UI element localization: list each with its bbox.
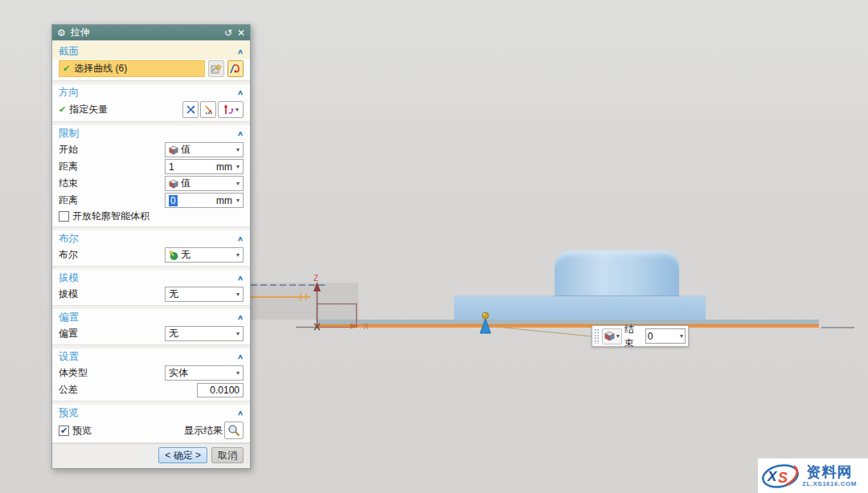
group-header-preview[interactable]: 预览 ∧ xyxy=(52,405,250,421)
end-distance-value-selected: 0 xyxy=(169,195,178,206)
ok-button[interactable]: < 确定 > xyxy=(158,447,207,463)
group-header-draft[interactable]: 拔模 ∧ xyxy=(52,270,250,286)
group-offset: 偏置 ∧ 偏置 无 ▾ xyxy=(52,309,250,345)
group-header-limits[interactable]: 限制 ∧ xyxy=(52,125,250,141)
show-result-button[interactable] xyxy=(224,422,244,439)
boolean-none-icon xyxy=(169,251,178,260)
point-arrow-glyph xyxy=(203,104,214,115)
group-label: 截面 xyxy=(59,45,79,59)
collapse-chevron-icon[interactable]: ∧ xyxy=(237,353,244,361)
open-profile-row: 开放轮廓智能体积 xyxy=(52,209,250,224)
collapse-chevron-icon[interactable]: ∧ xyxy=(237,314,244,322)
group-header-offset[interactable]: 偏置 ∧ xyxy=(52,309,250,325)
open-profile-label: 开放轮廓智能体积 xyxy=(72,210,149,223)
collapse-chevron-icon[interactable]: ∧ xyxy=(237,235,244,243)
boolean-label: 布尔 xyxy=(59,248,78,262)
group-header-boolean[interactable]: 布尔 ∧ xyxy=(52,230,250,246)
logo-letter-s: S xyxy=(778,470,788,486)
z-axis-label: Z xyxy=(313,274,318,283)
dropdown-arrow-icon: ▾ xyxy=(236,252,240,259)
check-icon: ✔ xyxy=(60,426,68,435)
body-type-dropdown[interactable]: 实体 ▾ xyxy=(165,365,244,381)
dropdown-arrow-icon: ▾ xyxy=(616,333,620,340)
start-distance-input[interactable]: 1 mm ▾ xyxy=(165,159,244,174)
extrude-dialog: ⚙ 拉伸 ↺ ✕ 截面 ∧ ✔ 选择曲线 (6) xyxy=(51,24,251,469)
dropdown-arrow-icon: ▾ xyxy=(236,147,240,153)
section-sketch-glyph xyxy=(229,63,242,75)
value-cube-icon xyxy=(604,331,615,341)
value-cube-icon xyxy=(169,145,178,155)
toolbar-drag-handle[interactable] xyxy=(594,328,600,344)
start-label: 开始 xyxy=(59,143,78,157)
preview-checkbox[interactable]: ✔ xyxy=(59,426,69,436)
up-arrow-swirl-glyph xyxy=(223,104,235,116)
end-distance-label: 结束 xyxy=(624,323,643,350)
end-distance-input[interactable]: 0 ▾ xyxy=(645,328,686,344)
start-mode-dropdown[interactable]: 值 ▾ xyxy=(165,142,244,157)
start-distance-unit: mm xyxy=(216,161,232,173)
group-header-settings[interactable]: 设置 ∧ xyxy=(52,348,250,365)
reset-icon[interactable]: ↺ xyxy=(224,27,232,39)
group-settings: 设置 ∧ 体类型 实体 ▾ 公差 0.0100 xyxy=(52,348,250,401)
dropdown-arrow-icon: ▾ xyxy=(236,370,240,377)
offset-dropdown[interactable]: 无 ▾ xyxy=(165,326,244,341)
onscreen-end-distance-toolbar[interactable]: ▾ 结束 0 ▾ xyxy=(592,325,689,347)
boolean-value: 无 xyxy=(181,248,234,262)
dialog-titlebar[interactable]: ⚙ 拉伸 ↺ ✕ xyxy=(52,25,250,40)
tolerance-row: 公差 0.0100 xyxy=(52,381,250,398)
section-sketch-icon[interactable] xyxy=(227,60,244,77)
dialog-title: 拉伸 xyxy=(71,26,219,39)
close-icon[interactable]: ✕ xyxy=(237,27,245,39)
group-label: 布尔 xyxy=(59,232,79,246)
application-window: Z X ▾ xyxy=(0,0,868,493)
cancel-button[interactable]: 取消 xyxy=(211,447,244,463)
end-distance-value: 0 xyxy=(648,331,680,342)
group-header-direction[interactable]: 方向 ∧ xyxy=(52,84,250,100)
open-profile-checkbox[interactable] xyxy=(59,211,69,222)
tolerance-input[interactable]: 0.0100 xyxy=(197,383,244,397)
end-distance-input-dialog[interactable]: 0 mm ▾ xyxy=(165,193,244,208)
end-row: 结束 值 ▾ xyxy=(52,175,250,192)
curve-rule-icon[interactable] xyxy=(208,60,224,77)
solid-cylinder-boss[interactable] xyxy=(555,251,679,296)
collapse-chevron-icon[interactable]: ∧ xyxy=(237,130,244,138)
group-boolean: 布尔 ∧ 布尔 无 ▾ xyxy=(52,230,250,267)
draft-dropdown[interactable]: 无 ▾ xyxy=(165,287,244,302)
dropdown-arrow-icon: ▾ xyxy=(236,181,240,187)
offset-label: 偏置 xyxy=(59,327,78,340)
collapse-chevron-icon[interactable]: ∧ xyxy=(237,48,244,56)
check-icon: ✔ xyxy=(63,63,70,74)
collapse-chevron-icon[interactable]: ∧ xyxy=(237,275,244,283)
offset-value: 无 xyxy=(169,327,234,340)
group-label: 设置 xyxy=(59,350,79,364)
end-mode-dropdown-dialog[interactable]: 值 ▾ xyxy=(165,176,244,191)
vector-inferred-icon[interactable] xyxy=(182,101,199,118)
boolean-dropdown[interactable]: 无 ▾ xyxy=(165,247,244,263)
group-header-section[interactable]: 截面 ∧ xyxy=(52,43,250,59)
highlighted-section-curve[interactable] xyxy=(317,324,819,328)
select-curve-field[interactable]: ✔ 选择曲线 (6) xyxy=(59,60,205,77)
dropdown-arrow-icon: ▾ xyxy=(680,333,683,340)
dialog-footer: < 确定 > 取消 xyxy=(52,443,250,468)
vector-zaxis-dropdown[interactable]: ▾ xyxy=(218,101,244,118)
collapse-chevron-icon[interactable]: ∧ xyxy=(237,409,244,418)
drag-handle-sphere[interactable] xyxy=(482,312,489,319)
watermark-site-url: ZL.XS1616.COM xyxy=(802,481,857,487)
datum-plane[interactable] xyxy=(251,283,358,320)
solid-base-slab[interactable] xyxy=(454,295,706,320)
body-type-label: 体类型 xyxy=(59,366,88,380)
vector-point-icon[interactable] xyxy=(200,101,216,118)
dropdown-arrow-icon: ▾ xyxy=(236,291,240,298)
preview-row: ✔ 预览 显示结果 xyxy=(52,421,250,440)
group-label: 预览 xyxy=(59,406,79,420)
specify-vector-label: 指定矢量 xyxy=(69,103,108,116)
offset-row: 偏置 无 ▾ xyxy=(52,325,250,342)
start-row: 开始 值 ▾ xyxy=(52,141,250,158)
end-mode-dropdown[interactable]: ▾ xyxy=(602,328,622,344)
group-label: 方向 xyxy=(59,86,79,100)
collapse-chevron-icon[interactable]: ∧ xyxy=(237,89,244,97)
select-curve-label: 选择曲线 (6) xyxy=(74,62,127,75)
draft-row: 拔模 无 ▾ xyxy=(52,286,250,303)
draft-label: 拔模 xyxy=(59,287,78,301)
dropdown-arrow-icon: ▾ xyxy=(236,164,240,170)
